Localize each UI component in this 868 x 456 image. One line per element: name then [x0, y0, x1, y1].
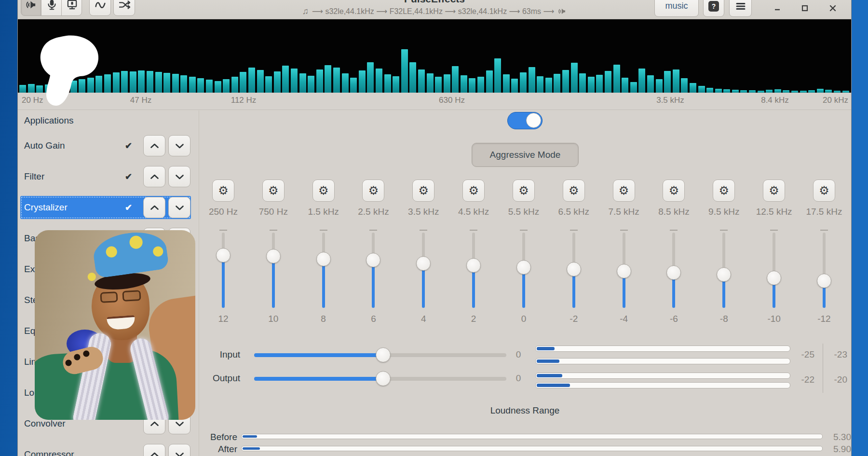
band-settings-button[interactable]: ⚙ [563, 180, 585, 202]
spectrum-bar [367, 62, 374, 93]
input-gain-slider[interactable] [254, 347, 506, 363]
slider-tick [670, 230, 678, 231]
slider-fill [254, 377, 383, 381]
spectrum-bar [350, 78, 357, 93]
move-down-button[interactable] [168, 166, 190, 187]
band-250-hz: ⚙250 Hz12 [198, 180, 248, 334]
band-frequency-label: 8.5 kHz [649, 207, 699, 217]
band-frequency-label: 12.5 kHz [749, 207, 799, 217]
band-settings-button[interactable]: ⚙ [513, 180, 535, 202]
band-intensity-value: -4 [599, 314, 649, 324]
help-icon: ? [708, 1, 719, 12]
sine-wave-button[interactable] [89, 0, 111, 16]
band-settings-button[interactable]: ⚙ [462, 180, 485, 202]
menu-button[interactable] [729, 0, 752, 17]
spectrum-bar [376, 69, 382, 93]
band-slider-thumb[interactable] [366, 253, 380, 267]
output-gain-value: 0 [509, 373, 528, 384]
spectrum-bar [257, 70, 264, 93]
sidebar-item-compressor[interactable]: Compressor [20, 443, 191, 456]
test-signal-button[interactable] [61, 0, 82, 16]
band-slider-thumb[interactable] [617, 264, 631, 278]
band-slider-thumb[interactable] [567, 262, 581, 276]
level-meter [535, 382, 790, 388]
band-settings-button[interactable]: ⚙ [412, 180, 434, 202]
slider-tick [219, 230, 227, 231]
band-settings-button[interactable]: ⚙ [713, 180, 735, 202]
desktop: PulseEffects [0, 0, 868, 456]
sidebar-item-label: Crystalizer [24, 196, 68, 219]
spectrum-bar [511, 79, 518, 93]
band-settings-button[interactable]: ⚙ [813, 180, 835, 202]
spectrum-bar [605, 71, 611, 93]
band-settings-button[interactable]: ⚙ [312, 180, 335, 202]
photo-overlay [35, 230, 195, 420]
band-settings-button[interactable]: ⚙ [613, 180, 635, 202]
sidebar-item-auto-gain[interactable]: Auto Gain✔ [20, 134, 191, 157]
spectrum-bar [28, 84, 35, 93]
band-slider-thumb[interactable] [817, 274, 831, 288]
spectrum-analyzer [18, 19, 851, 93]
spectrum-bar [562, 70, 569, 93]
move-down-button[interactable] [168, 197, 190, 218]
band-slider-thumb[interactable] [767, 271, 781, 285]
axis-label: 8.4 kHz [761, 96, 789, 105]
microphone-input-button[interactable] [41, 0, 62, 16]
close-icon [829, 4, 837, 12]
band-settings-button[interactable]: ⚙ [663, 180, 685, 202]
band-settings-button[interactable]: ⚙ [262, 180, 285, 202]
speaker-output-button[interactable] [21, 0, 41, 16]
io-toolbar [21, 0, 82, 16]
slider-thumb[interactable] [376, 371, 391, 386]
band-settings-button[interactable]: ⚙ [362, 180, 384, 202]
move-up-button[interactable] [143, 135, 165, 156]
sidebar-item-crystalizer[interactable]: Crystalizer✔ [20, 196, 191, 219]
band-settings-button[interactable]: ⚙ [763, 180, 785, 202]
minimize-button[interactable] [772, 2, 783, 14]
move-up-button[interactable] [143, 166, 165, 187]
band-frequency-label: 250 Hz [198, 207, 248, 217]
window-title: PulseEffects [404, 0, 465, 5]
band-frequency-label: 750 Hz [248, 207, 298, 217]
meter-divider [823, 344, 823, 393]
move-down-button[interactable] [168, 135, 190, 156]
band-slider-thumb[interactable] [216, 248, 231, 263]
maximize-button[interactable] [799, 2, 811, 14]
sidebar-item-filter[interactable]: Filter✔ [20, 165, 191, 188]
move-up-button[interactable] [143, 444, 165, 456]
enabled-check-icon: ✔ [125, 165, 132, 188]
headerbar: PulseEffects [18, 0, 851, 19]
spectrum-bar [401, 49, 408, 93]
preset-button[interactable]: music [654, 0, 699, 17]
band-slider-thumb[interactable] [666, 265, 681, 280]
close-button[interactable] [827, 2, 839, 14]
output-gain-slider[interactable] [254, 371, 506, 387]
level-meter-fill [537, 359, 559, 363]
move-up-button[interactable] [143, 197, 165, 218]
band-slider-thumb[interactable] [717, 267, 731, 282]
spectrum-bar [622, 78, 628, 93]
band-settings-button[interactable]: ⚙ [212, 180, 234, 202]
band-slider-thumb[interactable] [316, 252, 331, 266]
crystalizer-enable-toggle[interactable] [507, 112, 542, 129]
band-slider-thumb[interactable] [416, 256, 431, 271]
slider-tick [720, 230, 728, 231]
aggressive-mode-button[interactable]: Aggressive Mode [472, 143, 579, 167]
move-down-button[interactable] [168, 444, 190, 456]
help-button[interactable]: ? [703, 0, 724, 17]
spectrum-axis: 20 Hz47 Hz112 Hz630 Hz3.5 kHz8.4 kHz20 k… [18, 93, 851, 110]
spectrum-bar [121, 71, 128, 93]
sidebar-item-applications[interactable]: Applications [20, 109, 191, 132]
spectrum-bar [359, 70, 366, 93]
band-frequency-label: 5.5 kHz [499, 207, 549, 217]
spectrum-bar [630, 82, 637, 93]
slider-thumb[interactable] [376, 347, 391, 362]
band-frequency-label: 2.5 kHz [348, 207, 398, 217]
shuffle-button[interactable] [113, 0, 135, 16]
band-slider-thumb[interactable] [466, 258, 481, 273]
spectrum-bar [698, 86, 705, 93]
band-slider-thumb[interactable] [266, 249, 281, 263]
band-slider-thumb[interactable] [516, 260, 531, 275]
band-frequency-label: 6.5 kHz [549, 207, 599, 217]
spectrum-bar [647, 75, 654, 93]
